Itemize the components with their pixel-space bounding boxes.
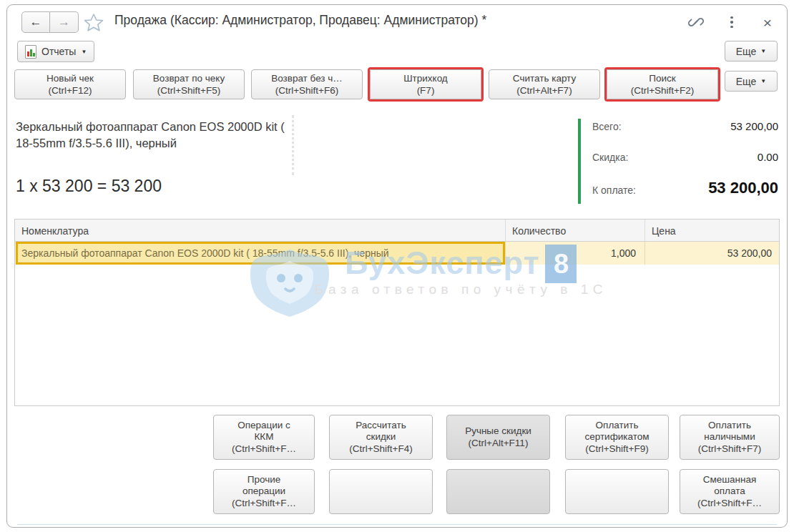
action-button-line: Рассчитать	[356, 420, 406, 432]
toolbar-button-shortcut: (Ctrl+Shift+F5)	[157, 84, 221, 97]
toolbar-button-5[interactable]: Поиск(Ctrl+Shift+F2)	[607, 69, 718, 99]
action-button-line: (Ctrl+Shift+F…	[232, 443, 296, 455]
toolbar-button-0[interactable]: Новый чек(Ctrl+F12)	[14, 69, 126, 99]
toolbar-button-shortcut: (Ctrl+F12)	[48, 84, 92, 97]
toolbar-button-shortcut: (Ctrl+Shift+F6)	[275, 84, 339, 97]
action-button-row1-4[interactable]: Оплатитьналичными(Ctrl+Shift+F7)	[680, 415, 780, 460]
more-button-toolbar[interactable]: Еще ▼	[725, 71, 778, 92]
favorite-star-icon[interactable]	[83, 12, 104, 34]
toolbar-button-label: Новый чек	[46, 72, 94, 84]
action-button-line: (Ctrl+Shift+F7)	[698, 443, 762, 455]
chevron-down-icon: ▼	[760, 48, 766, 54]
toolbar-button-3[interactable]: Штрихкод(F7)	[370, 69, 481, 99]
action-button-line: Смешанная	[703, 474, 757, 486]
action-button-line: (Ctrl+Shift+F9)	[585, 443, 649, 455]
column-header-quantity[interactable]: Количество	[505, 220, 644, 242]
action-button-line: оплата	[714, 486, 745, 498]
toolbar-button-label: Возврат без ч…	[271, 72, 343, 84]
action-button-line: (Ctrl+Shift+F…	[232, 498, 296, 510]
action-button-line: (Ctrl+Shift+F4)	[349, 443, 413, 455]
more-menu-icon[interactable]	[722, 13, 741, 31]
action-button-line: (Ctrl+Shift+F…	[697, 498, 762, 510]
action-button-line: скидки	[366, 431, 396, 443]
toolbar-button-label: Возврат по чеку	[153, 72, 225, 84]
action-button-line: операции	[242, 486, 285, 498]
toolbar-button-label: Штрихкод	[403, 72, 448, 84]
due-value: 53 200,00	[708, 179, 778, 197]
bottom-divider	[17, 524, 777, 525]
action-button-line: (Ctrl+Alt+F11)	[469, 438, 529, 450]
toolbar-button-shortcut: (F7)	[417, 84, 435, 97]
due-label: К оплате:	[592, 184, 636, 196]
totals-accent-bar	[578, 119, 581, 204]
discount-value: 0.00	[758, 151, 778, 163]
table-row[interactable]: Зеркальный фотоаппарат Canon EOS 2000D k…	[15, 242, 779, 265]
total-value: 53 200,00	[730, 120, 778, 132]
toolbar-button-1[interactable]: Возврат по чеку(Ctrl+Shift+F5)	[133, 69, 245, 99]
action-button-row2-1[interactable]	[329, 469, 433, 514]
page-title: Продажа (Кассир: Администратор, Продавец…	[114, 13, 486, 28]
table-header: Номенклатура Количество Цена	[15, 220, 779, 242]
current-item-calculation: 1 x 53 200 = 53 200	[16, 177, 162, 196]
toolbar-button-shortcut: (Ctrl+Shift+F2)	[631, 84, 695, 97]
action-button-row2-3[interactable]	[565, 469, 669, 514]
more-button-top[interactable]: Еще ▼	[725, 41, 778, 61]
toolbar-button-2[interactable]: Возврат без ч…(Ctrl+Shift+F6)	[251, 69, 363, 99]
discount-label: Скидка:	[592, 152, 628, 163]
action-button-line: Ручные скидки	[465, 425, 531, 438]
back-button[interactable]: ←	[21, 11, 50, 33]
toolbar-button-4[interactable]: Считать карту(Ctrl+Alt+F7)	[489, 69, 600, 99]
column-header-nomenclature[interactable]: Номенклатура	[15, 220, 505, 242]
link-icon[interactable]	[687, 13, 705, 31]
total-label: Всего:	[592, 121, 622, 132]
action-button-line: Оплатить	[596, 420, 639, 432]
nav-history-group: ← →	[21, 11, 79, 33]
action-button-line: Прочие	[247, 474, 281, 486]
chevron-down-icon: ▼	[81, 49, 87, 55]
reports-button-label: Отчеты	[41, 46, 76, 57]
chevron-down-icon: ▼	[760, 78, 766, 84]
forward-button[interactable]: →	[50, 11, 79, 33]
reports-button[interactable]: Отчеты ▼	[17, 41, 94, 62]
action-button-line: Операции с	[237, 420, 290, 432]
sale-window: ← → Продажа (Кассир: Администратор, Прод…	[0, 0, 794, 532]
action-button-line: ККМ	[255, 431, 274, 443]
action-button-row2-4[interactable]: Смешаннаяоплата(Ctrl+Shift+F…	[680, 469, 780, 514]
cell-name[interactable]: Зеркальный фотоаппарат Canon EOS 2000D k…	[15, 242, 505, 265]
report-icon	[25, 45, 36, 59]
action-button-row2-2[interactable]	[446, 469, 550, 514]
toolbar-button-label: Поиск	[649, 72, 675, 84]
toolbar-button-shortcut: (Ctrl+Alt+F7)	[516, 84, 572, 97]
cell-qty[interactable]: 1,000	[505, 242, 644, 265]
action-button-line: наличными	[704, 431, 755, 443]
action-button-line: сертификатом	[584, 431, 649, 443]
current-item-name: Зеркальный фотоаппарат Canon EOS 2000D k…	[16, 119, 286, 151]
action-button-row1-1[interactable]: Рассчитатьскидки(Ctrl+Shift+F4)	[329, 415, 433, 460]
action-button-line: Оплатить	[708, 420, 751, 432]
action-button-row1-2[interactable]: Ручные скидки(Ctrl+Alt+F11)	[446, 415, 550, 460]
items-table: Номенклатура Количество Цена Зеркальный …	[14, 219, 780, 406]
toolbar-button-label: Считать карту	[513, 72, 576, 84]
action-button-row2-0[interactable]: Прочиеоперации(Ctrl+Shift+F…	[213, 469, 315, 514]
close-icon[interactable]: ×	[758, 13, 777, 31]
action-button-row1-3[interactable]: Оплатитьсертификатом(Ctrl+Shift+F9)	[565, 415, 669, 460]
splitter[interactable]	[292, 115, 294, 175]
cell-price[interactable]: 53 200,00	[644, 242, 779, 265]
column-header-price[interactable]: Цена	[644, 220, 779, 242]
action-button-row1-0[interactable]: Операции сККМ(Ctrl+Shift+F…	[213, 415, 315, 460]
